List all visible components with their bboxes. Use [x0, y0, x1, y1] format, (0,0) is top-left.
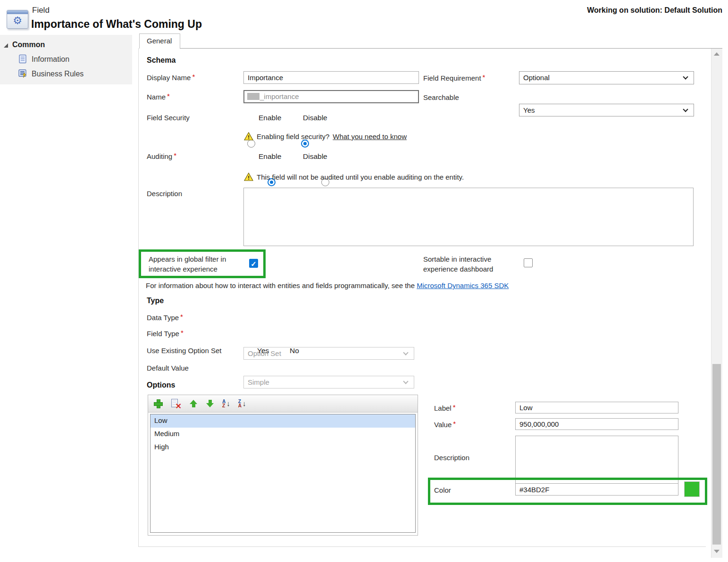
name-prefix-redacted [247, 93, 259, 100]
options-heading: Options [147, 381, 175, 389]
use-existing-option-set-label: Use Existing Option Set [147, 347, 221, 355]
field-security-enable-radio[interactable] [247, 140, 255, 148]
business-rules-icon [18, 69, 28, 80]
field-security-label: Field Security [147, 114, 190, 122]
down-arrow-icon: ↓ [243, 400, 246, 407]
field-security-disable-label: Disable [303, 114, 327, 122]
schema-heading: Schema [147, 56, 176, 65]
auditing-disable-label: Disable [303, 152, 327, 161]
warning-icon: ! [244, 132, 253, 140]
chevron-down-icon [403, 379, 408, 384]
option-item-low[interactable]: Low [151, 414, 415, 428]
default-value-label: Default Value [147, 364, 189, 372]
add-option-button[interactable] [154, 399, 163, 408]
scrollbar-thumb[interactable] [712, 364, 721, 545]
chevron-down-icon [683, 107, 688, 112]
what-you-need-to-know-link[interactable]: What you need to know [333, 132, 407, 140]
auditing-warning-text: This field will not be audited until you… [257, 173, 464, 181]
global-filter-checkbox[interactable]: ✓ [249, 259, 258, 268]
required-asterisk: * [180, 313, 183, 321]
content-frame-left-border [138, 48, 139, 547]
field-type-value: Simple [248, 378, 269, 386]
sort-descending-button[interactable]: ZA ↓ [238, 399, 246, 408]
options-list: Low Medium High [150, 414, 416, 533]
field-type-label: Field Type* [147, 330, 184, 338]
sdk-note: For information about how to interact wi… [146, 281, 509, 289]
use-existing-no-label: No [290, 347, 299, 355]
auditing-enable-label: Enable [259, 152, 281, 161]
option-color-label: Color [434, 486, 451, 494]
auditing-warning: ! This field will not be audited until y… [244, 173, 464, 181]
searchable-label: Searchable [423, 93, 459, 101]
field-security-warning-text: Enabling field security? [257, 132, 329, 140]
sort-letter: Z [222, 404, 226, 408]
chevron-down-icon [683, 74, 688, 79]
options-toolbar: ✕ AZ ↓ ZA ↓ [148, 395, 418, 413]
field-requirement-select[interactable]: Optional [519, 71, 694, 84]
field-requirement-label: Field Requirement* [423, 74, 485, 82]
required-asterisk: * [453, 403, 456, 411]
sort-letter: A [238, 404, 242, 408]
gear-icon: ⚙ [7, 14, 28, 27]
required-asterisk: * [192, 73, 195, 81]
searchable-select[interactable]: Yes [519, 104, 694, 116]
field-security-warning: ! Enabling field security? What you need… [244, 132, 407, 140]
solution-banner: Working on solution: Default Solution [587, 6, 722, 15]
option-color-input[interactable] [515, 483, 678, 496]
data-type-label: Data Type* [147, 314, 183, 322]
option-item-high[interactable]: High [151, 441, 415, 454]
content-frame-bottom-border [138, 546, 706, 547]
tab-baseline-divider [180, 48, 722, 49]
information-icon [18, 54, 28, 66]
option-label-input[interactable] [515, 402, 678, 413]
searchable-value: Yes [523, 106, 535, 114]
option-label-label: Label* [434, 404, 456, 412]
delete-option-button[interactable]: ✕ [171, 399, 181, 409]
sidebar-item-information[interactable]: Information [32, 55, 69, 64]
move-option-up-button[interactable] [189, 400, 198, 407]
field-window-icon: ⚙ [7, 10, 28, 29]
sort-ascending-button[interactable]: AZ ↓ [222, 399, 230, 408]
down-arrow-icon: ↓ [226, 400, 230, 407]
auditing-label: Auditing* [147, 152, 176, 160]
sortable-checkbox[interactable] [524, 258, 533, 267]
sortable-label: Sortable in interactive experience dashb… [423, 254, 506, 274]
tree-expand-caret-icon[interactable] [4, 43, 8, 48]
field-security-enable-label: Enable [259, 114, 281, 122]
description-label: Description [147, 190, 182, 198]
name-value: _importance [260, 92, 299, 100]
svg-text:!: ! [248, 175, 250, 181]
data-type-select: Option Set [243, 347, 414, 360]
delete-x-icon: ✕ [176, 402, 182, 411]
color-swatch[interactable] [684, 481, 700, 497]
chevron-down-icon [403, 350, 408, 355]
field-security-disable-radio[interactable] [301, 140, 309, 148]
display-name-input[interactable] [243, 71, 419, 84]
required-asterisk: * [167, 92, 170, 100]
required-asterisk: * [174, 151, 176, 159]
field-type-select: Simple [243, 376, 414, 388]
field-requirement-value: Optional [523, 74, 550, 82]
option-value-input[interactable] [515, 418, 678, 430]
scrollbar-up-arrow-icon[interactable] [714, 52, 720, 56]
entity-type-label: Field [32, 6, 50, 15]
global-filter-label: Appears in global filter in interactive … [149, 254, 242, 274]
sidebar-group-common[interactable]: Common [12, 41, 45, 49]
name-label: Name* [147, 93, 170, 101]
tab-general[interactable]: General [139, 33, 180, 49]
dynamics-sdk-link[interactable]: Microsoft Dynamics 365 SDK [417, 281, 509, 289]
sidebar-item-business-rules[interactable]: Business Rules [32, 70, 84, 78]
display-name-label: Display Name* [147, 74, 195, 82]
option-item-medium[interactable]: Medium [151, 428, 415, 441]
move-option-down-button[interactable] [206, 400, 214, 407]
required-asterisk: * [483, 73, 485, 81]
required-asterisk: * [181, 329, 184, 337]
page-title: Importance of What's Coming Up [31, 18, 202, 31]
description-textarea[interactable] [243, 188, 694, 246]
type-heading: Type [147, 297, 164, 305]
warning-icon: ! [244, 173, 253, 181]
name-input: _importance [243, 90, 419, 103]
sdk-note-text: For information about how to interact wi… [146, 281, 417, 289]
window-titlebar-decoration [7, 10, 28, 14]
scrollbar-down-arrow-icon[interactable] [714, 550, 720, 553]
